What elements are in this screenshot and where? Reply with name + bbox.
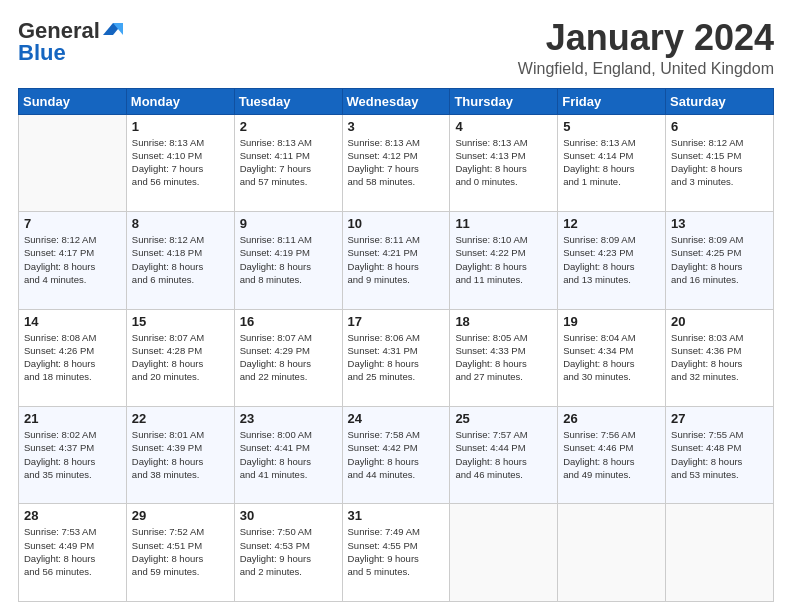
- day-info: Sunrise: 7:55 AMSunset: 4:48 PMDaylight:…: [671, 428, 768, 481]
- calendar-cell: [19, 114, 127, 211]
- day-number: 26: [563, 411, 660, 426]
- calendar-cell: 26Sunrise: 7:56 AMSunset: 4:46 PMDayligh…: [558, 407, 666, 504]
- calendar-cell: 1Sunrise: 8:13 AMSunset: 4:10 PMDaylight…: [126, 114, 234, 211]
- calendar-cell: 25Sunrise: 7:57 AMSunset: 4:44 PMDayligh…: [450, 407, 558, 504]
- day-info: Sunrise: 7:53 AMSunset: 4:49 PMDaylight:…: [24, 525, 121, 578]
- day-info: Sunrise: 8:03 AMSunset: 4:36 PMDaylight:…: [671, 331, 768, 384]
- day-number: 12: [563, 216, 660, 231]
- day-number: 4: [455, 119, 552, 134]
- day-info: Sunrise: 8:13 AMSunset: 4:13 PMDaylight:…: [455, 136, 552, 189]
- day-number: 1: [132, 119, 229, 134]
- weekday-header-sunday: Sunday: [19, 88, 127, 114]
- logo-icon: [103, 19, 125, 41]
- day-info: Sunrise: 7:49 AMSunset: 4:55 PMDaylight:…: [348, 525, 445, 578]
- weekday-header-wednesday: Wednesday: [342, 88, 450, 114]
- calendar-cell: 30Sunrise: 7:50 AMSunset: 4:53 PMDayligh…: [234, 504, 342, 602]
- day-number: 21: [24, 411, 121, 426]
- day-info: Sunrise: 8:09 AMSunset: 4:25 PMDaylight:…: [671, 233, 768, 286]
- weekday-header-row: SundayMondayTuesdayWednesdayThursdayFrid…: [19, 88, 774, 114]
- day-info: Sunrise: 7:57 AMSunset: 4:44 PMDaylight:…: [455, 428, 552, 481]
- calendar-cell: 24Sunrise: 7:58 AMSunset: 4:42 PMDayligh…: [342, 407, 450, 504]
- day-info: Sunrise: 7:56 AMSunset: 4:46 PMDaylight:…: [563, 428, 660, 481]
- calendar-cell: 6Sunrise: 8:12 AMSunset: 4:15 PMDaylight…: [666, 114, 774, 211]
- calendar-table: SundayMondayTuesdayWednesdayThursdayFrid…: [18, 88, 774, 602]
- day-info: Sunrise: 8:10 AMSunset: 4:22 PMDaylight:…: [455, 233, 552, 286]
- calendar-cell: 19Sunrise: 8:04 AMSunset: 4:34 PMDayligh…: [558, 309, 666, 406]
- day-info: Sunrise: 8:12 AMSunset: 4:17 PMDaylight:…: [24, 233, 121, 286]
- day-info: Sunrise: 8:08 AMSunset: 4:26 PMDaylight:…: [24, 331, 121, 384]
- day-number: 11: [455, 216, 552, 231]
- day-info: Sunrise: 7:58 AMSunset: 4:42 PMDaylight:…: [348, 428, 445, 481]
- day-info: Sunrise: 8:12 AMSunset: 4:18 PMDaylight:…: [132, 233, 229, 286]
- day-info: Sunrise: 7:50 AMSunset: 4:53 PMDaylight:…: [240, 525, 337, 578]
- calendar-cell: 17Sunrise: 8:06 AMSunset: 4:31 PMDayligh…: [342, 309, 450, 406]
- day-info: Sunrise: 8:01 AMSunset: 4:39 PMDaylight:…: [132, 428, 229, 481]
- day-number: 2: [240, 119, 337, 134]
- calendar-cell: 8Sunrise: 8:12 AMSunset: 4:18 PMDaylight…: [126, 212, 234, 309]
- calendar-cell: 9Sunrise: 8:11 AMSunset: 4:19 PMDaylight…: [234, 212, 342, 309]
- weekday-header-tuesday: Tuesday: [234, 88, 342, 114]
- day-number: 29: [132, 508, 229, 523]
- week-row-2: 7Sunrise: 8:12 AMSunset: 4:17 PMDaylight…: [19, 212, 774, 309]
- calendar-cell: 11Sunrise: 8:10 AMSunset: 4:22 PMDayligh…: [450, 212, 558, 309]
- day-number: 30: [240, 508, 337, 523]
- calendar-cell: 28Sunrise: 7:53 AMSunset: 4:49 PMDayligh…: [19, 504, 127, 602]
- week-row-4: 21Sunrise: 8:02 AMSunset: 4:37 PMDayligh…: [19, 407, 774, 504]
- day-number: 24: [348, 411, 445, 426]
- weekday-header-friday: Friday: [558, 88, 666, 114]
- day-info: Sunrise: 8:09 AMSunset: 4:23 PMDaylight:…: [563, 233, 660, 286]
- day-number: 27: [671, 411, 768, 426]
- calendar-cell: 22Sunrise: 8:01 AMSunset: 4:39 PMDayligh…: [126, 407, 234, 504]
- day-number: 8: [132, 216, 229, 231]
- calendar-cell: 18Sunrise: 8:05 AMSunset: 4:33 PMDayligh…: [450, 309, 558, 406]
- calendar-cell: 23Sunrise: 8:00 AMSunset: 4:41 PMDayligh…: [234, 407, 342, 504]
- day-number: 5: [563, 119, 660, 134]
- calendar-cell: 4Sunrise: 8:13 AMSunset: 4:13 PMDaylight…: [450, 114, 558, 211]
- day-info: Sunrise: 8:04 AMSunset: 4:34 PMDaylight:…: [563, 331, 660, 384]
- day-number: 6: [671, 119, 768, 134]
- calendar-cell: 21Sunrise: 8:02 AMSunset: 4:37 PMDayligh…: [19, 407, 127, 504]
- calendar-cell: 15Sunrise: 8:07 AMSunset: 4:28 PMDayligh…: [126, 309, 234, 406]
- calendar-cell: 16Sunrise: 8:07 AMSunset: 4:29 PMDayligh…: [234, 309, 342, 406]
- day-number: 20: [671, 314, 768, 329]
- day-number: 23: [240, 411, 337, 426]
- calendar-cell: 27Sunrise: 7:55 AMSunset: 4:48 PMDayligh…: [666, 407, 774, 504]
- week-row-1: 1Sunrise: 8:13 AMSunset: 4:10 PMDaylight…: [19, 114, 774, 211]
- calendar-cell: [666, 504, 774, 602]
- day-number: 31: [348, 508, 445, 523]
- day-number: 18: [455, 314, 552, 329]
- weekday-header-saturday: Saturday: [666, 88, 774, 114]
- day-number: 25: [455, 411, 552, 426]
- logo: General Blue: [18, 18, 125, 66]
- day-number: 7: [24, 216, 121, 231]
- calendar-cell: 13Sunrise: 8:09 AMSunset: 4:25 PMDayligh…: [666, 212, 774, 309]
- calendar-cell: 20Sunrise: 8:03 AMSunset: 4:36 PMDayligh…: [666, 309, 774, 406]
- day-info: Sunrise: 8:07 AMSunset: 4:29 PMDaylight:…: [240, 331, 337, 384]
- calendar-cell: 7Sunrise: 8:12 AMSunset: 4:17 PMDaylight…: [19, 212, 127, 309]
- day-number: 17: [348, 314, 445, 329]
- day-info: Sunrise: 8:00 AMSunset: 4:41 PMDaylight:…: [240, 428, 337, 481]
- weekday-header-thursday: Thursday: [450, 88, 558, 114]
- day-number: 28: [24, 508, 121, 523]
- calendar-cell: 14Sunrise: 8:08 AMSunset: 4:26 PMDayligh…: [19, 309, 127, 406]
- day-number: 10: [348, 216, 445, 231]
- day-number: 3: [348, 119, 445, 134]
- day-info: Sunrise: 8:11 AMSunset: 4:21 PMDaylight:…: [348, 233, 445, 286]
- day-info: Sunrise: 8:06 AMSunset: 4:31 PMDaylight:…: [348, 331, 445, 384]
- day-number: 16: [240, 314, 337, 329]
- title-block: January 2024 Wingfield, England, United …: [518, 18, 774, 78]
- calendar-cell: [558, 504, 666, 602]
- day-number: 9: [240, 216, 337, 231]
- day-info: Sunrise: 8:13 AMSunset: 4:12 PMDaylight:…: [348, 136, 445, 189]
- day-info: Sunrise: 8:07 AMSunset: 4:28 PMDaylight:…: [132, 331, 229, 384]
- day-number: 15: [132, 314, 229, 329]
- day-number: 14: [24, 314, 121, 329]
- week-row-5: 28Sunrise: 7:53 AMSunset: 4:49 PMDayligh…: [19, 504, 774, 602]
- week-row-3: 14Sunrise: 8:08 AMSunset: 4:26 PMDayligh…: [19, 309, 774, 406]
- day-info: Sunrise: 8:11 AMSunset: 4:19 PMDaylight:…: [240, 233, 337, 286]
- day-number: 19: [563, 314, 660, 329]
- day-info: Sunrise: 8:13 AMSunset: 4:10 PMDaylight:…: [132, 136, 229, 189]
- calendar-cell: 5Sunrise: 8:13 AMSunset: 4:14 PMDaylight…: [558, 114, 666, 211]
- day-info: Sunrise: 8:02 AMSunset: 4:37 PMDaylight:…: [24, 428, 121, 481]
- day-info: Sunrise: 8:13 AMSunset: 4:11 PMDaylight:…: [240, 136, 337, 189]
